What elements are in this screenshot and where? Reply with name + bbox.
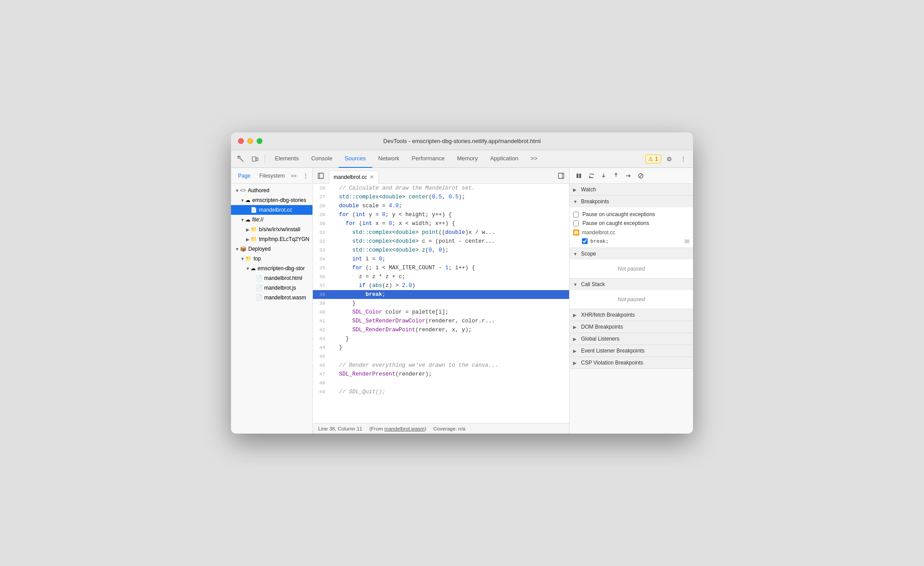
source-link[interactable]: mandelbrot.wasm xyxy=(385,426,425,431)
devtools-window: DevTools - emscripten-dbg-stories.netlif… xyxy=(231,132,693,434)
editor-file-tab-mandelbrot[interactable]: mandelbrot.cc ✕ xyxy=(329,171,379,184)
tab-memory[interactable]: Memory xyxy=(451,150,484,168)
panel-toggle-icon[interactable] xyxy=(555,170,567,182)
section-breakpoints-header[interactable]: ▼ Breakpoints xyxy=(570,196,693,207)
global-label: Global Listeners xyxy=(581,336,620,342)
code-line-32: 32 std::complex<double> c = (point - cen… xyxy=(313,237,569,246)
step-over-btn[interactable] xyxy=(585,170,597,182)
watch-arrow: ▶ xyxy=(573,187,578,192)
pause-caught-label: Pause on caught exceptions xyxy=(582,220,649,226)
section-global-header[interactable]: ▶ Global Listeners xyxy=(570,333,693,345)
tree-item-top[interactable]: ▼ 📁 top xyxy=(231,254,312,264)
code-line-28: 28 double scale = 4.0; xyxy=(313,202,569,210)
section-scope-header[interactable]: ▼ Scope xyxy=(570,248,693,260)
section-watch-header[interactable]: ▶ Watch xyxy=(570,184,693,195)
code-line-30: 30 for (int x = 0; x < width; x++) { xyxy=(313,219,569,228)
tree-item-authored[interactable]: ▼ <> Authored xyxy=(231,186,312,195)
section-call-stack-header[interactable]: ▼ Call Stack xyxy=(570,279,693,290)
pause-uncaught-checkbox[interactable] xyxy=(573,212,579,217)
close-button[interactable] xyxy=(238,138,244,144)
inspect-icon[interactable] xyxy=(235,153,247,165)
tree-item-html[interactable]: 📄 mandelbrot.html xyxy=(231,273,312,283)
xhr-arrow: ▶ xyxy=(573,313,578,318)
sidebar-tab-page[interactable]: Page xyxy=(235,171,254,181)
tree-item-bsw[interactable]: ▶ 📁 b/s/w/ir/x/w/install xyxy=(231,225,312,234)
debug-toolbar xyxy=(570,168,693,184)
editor-tab-filename: mandelbrot.cc xyxy=(334,174,367,180)
svg-line-3 xyxy=(240,158,243,162)
svg-rect-6 xyxy=(318,173,323,178)
warning-badge[interactable]: ⚠ 1 xyxy=(645,155,661,163)
warning-icon: ⚠ xyxy=(648,156,653,162)
call-stack-not-paused: Not paused xyxy=(573,293,689,306)
call-stack-arrow: ▼ xyxy=(573,282,578,287)
tab-sources[interactable]: Sources xyxy=(339,150,372,168)
tree-label-html: mandelbrot.html xyxy=(264,275,302,281)
pause-resume-btn[interactable] xyxy=(573,170,585,182)
tree-item-deployed[interactable]: ▼ 📦 Deployed xyxy=(231,244,312,254)
pause-caught-checkbox[interactable] xyxy=(573,221,579,226)
tree-item-wasm[interactable]: 📄 mandelbrot.wasm xyxy=(231,293,312,302)
step-into-btn[interactable] xyxy=(598,170,609,182)
code-line-33: 33 std::complex<double> z(0, 0); xyxy=(313,246,569,255)
device-toolbar-icon[interactable] xyxy=(249,153,261,165)
tree-arrow-deployed: ▼ xyxy=(235,247,240,252)
deactivate-btn[interactable] xyxy=(635,170,647,182)
more-options-icon[interactable]: ⋮ xyxy=(677,153,689,165)
svg-rect-10 xyxy=(577,174,578,178)
tab-more[interactable]: >> xyxy=(524,150,543,168)
breakpoint-row-38: break; 38 xyxy=(573,237,689,245)
tab-elements[interactable]: Elements xyxy=(269,150,305,168)
section-watch: ▶ Watch xyxy=(570,184,693,196)
settings-icon[interactable]: ⚙ xyxy=(663,153,675,165)
code-editor[interactable]: 26 // Calculate and draw the Mandelbrot … xyxy=(313,184,569,423)
section-event-header[interactable]: ▶ Event Listener Breakpoints xyxy=(570,345,693,357)
tree-item-file[interactable]: ▼ ☁ file:// xyxy=(231,215,312,225)
event-label: Event Listener Breakpoints xyxy=(581,348,644,354)
sidebar-menu-icon[interactable]: ⋮ xyxy=(303,172,309,179)
devtools-tabs: Elements Console Sources Network Perform… xyxy=(269,150,643,168)
minimize-button[interactable] xyxy=(247,138,253,144)
event-arrow: ▶ xyxy=(573,349,578,353)
call-stack-content: Not paused xyxy=(570,290,693,309)
section-dom-header[interactable]: ▶ DOM Breakpoints xyxy=(570,321,693,333)
tree-item-emscripten-deployed[interactable]: ▼ ☁ emscripten-dbg-stor xyxy=(231,264,312,273)
code-line-38: 38 break; xyxy=(313,290,569,299)
source-navigator-icon[interactable] xyxy=(315,170,327,182)
tree-label-tmp: tmp/tmp.ELcTq2YGN xyxy=(259,236,309,242)
section-csp-header[interactable]: ▶ CSP Violation Breakpoints xyxy=(570,357,693,369)
step-out-btn[interactable] xyxy=(610,170,622,182)
maximize-button[interactable] xyxy=(257,138,262,144)
tab-performance[interactable]: Performance xyxy=(405,150,450,168)
window-title: DevTools - emscripten-dbg-stories.netlif… xyxy=(383,138,541,144)
pause-uncaught-row: Pause on uncaught exceptions xyxy=(573,210,689,219)
sidebar-tab-filesystem[interactable]: Filesystem xyxy=(256,171,288,181)
tree-item-tmp[interactable]: ▶ 📁 tmp/tmp.ELcTq2YGN xyxy=(231,234,312,244)
tree-item-emscripten-authored[interactable]: ▼ ☁ emscripten-dbg-stories xyxy=(231,195,312,205)
tab-network[interactable]: Network xyxy=(372,150,406,168)
file-icon-wasm: 📄 xyxy=(256,295,262,301)
status-source: (From mandelbrot.wasm) xyxy=(370,426,426,431)
editor-tab-close[interactable]: ✕ xyxy=(370,174,374,180)
code-line-41: 41 SDL_SetRenderDrawColor(renderer, colo… xyxy=(313,317,569,326)
tree-item-mandelbrot-cc[interactable]: 📄 mandelbrot.cc xyxy=(231,205,312,215)
tree-item-js[interactable]: 📄 mandelbrot.js xyxy=(231,283,312,293)
tab-application[interactable]: Application xyxy=(484,150,525,168)
warning-count: 1 xyxy=(655,156,658,162)
tree-arrow-emscripten: ▼ xyxy=(240,198,245,203)
watch-label: Watch xyxy=(581,186,596,193)
folder-icon-2: 📁 xyxy=(250,236,257,242)
breakpoint-checkbox-38[interactable] xyxy=(582,238,588,244)
tree-arrow-file: ▼ xyxy=(240,217,245,222)
svg-rect-11 xyxy=(579,174,581,178)
step-btn[interactable] xyxy=(623,170,634,182)
sidebar-tabs-more[interactable]: >> xyxy=(291,173,296,178)
svg-rect-5 xyxy=(256,158,258,161)
file-tree: ▼ <> Authored ▼ ☁ emscripten-dbg-stories… xyxy=(231,184,312,434)
tab-console[interactable]: Console xyxy=(305,150,339,168)
code-line-27: 27 std::complex<double> center(0.5, 0.5)… xyxy=(313,193,569,202)
section-xhr-header[interactable]: ▶ XHR/fetch Breakpoints xyxy=(570,309,693,321)
code-line-47: 47 SDL_RenderPresent(renderer); xyxy=(313,370,569,379)
code-line-45: 45 xyxy=(313,352,569,361)
folder-icon-top: 📁 xyxy=(245,256,252,262)
